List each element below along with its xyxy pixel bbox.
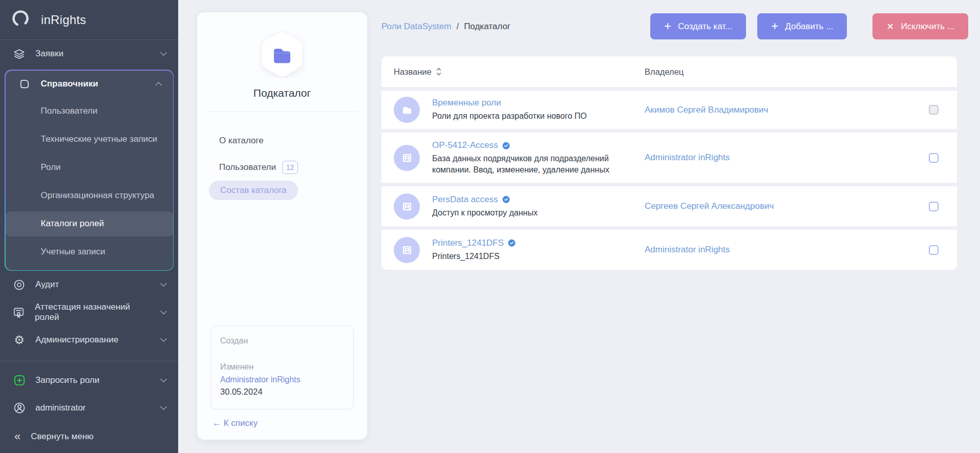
tab-label: Состав каталога [209, 181, 298, 200]
sort-icon[interactable] [436, 67, 442, 77]
owner-link[interactable]: Administrator inRights [645, 245, 901, 255]
catalog-details-panel: Подкаталог О каталоге Пользователи 12 Со… [197, 12, 367, 440]
column-header-name: Название [394, 67, 432, 77]
row-checkbox[interactable] [929, 245, 939, 255]
plus-icon: + [771, 20, 778, 32]
chevron-up-icon [155, 82, 162, 89]
collapse-menu-label: Свернуть меню [31, 432, 94, 442]
sidebar-item-label: Заявки [35, 49, 63, 59]
collapse-menu-button[interactable]: « Свернуть меню [0, 423, 178, 450]
sidebar-subitem-roles[interactable]: Роли [6, 154, 173, 182]
collapse-icon: « [14, 431, 20, 442]
row-title-text: Printers_1241DFS [432, 238, 504, 248]
breadcrumb-parent-link[interactable]: Роли DataSystem [381, 21, 451, 32]
sidebar-subitem-users[interactable]: Пользователи [6, 97, 173, 125]
chevron-down-icon [160, 403, 167, 410]
role-link[interactable]: PersData access [432, 195, 538, 205]
button-label: Добавить ... [785, 21, 833, 32]
chevron-down-icon [160, 376, 167, 382]
button-label: Создать кат... [678, 21, 732, 32]
folder-avatar-icon [394, 97, 420, 123]
users-count-badge: 12 [282, 161, 298, 174]
add-button[interactable]: + Добавить ... [757, 13, 847, 39]
sidebar-item-label: Запросить роли [35, 375, 99, 385]
chevron-down-icon [160, 308, 167, 314]
user-icon [12, 401, 26, 415]
app-title: inRights [41, 13, 86, 27]
owner-link[interactable]: Administrator inRights [645, 153, 901, 163]
role-catalog-link[interactable]: Временные роли [432, 98, 587, 108]
modified-date: 30.05.2024 [220, 387, 344, 397]
panel-divider [207, 112, 357, 112]
column-header-owner: Владелец [645, 67, 901, 77]
request-roles-icon [12, 374, 26, 387]
row-description: База данных подрядчиков для подразделени… [432, 153, 624, 175]
created-label: Создан [220, 336, 344, 346]
audit-icon [12, 278, 26, 291]
catalog-meta-box: Создан Изменен Administrator inRights 30… [210, 326, 354, 409]
back-to-list-link[interactable]: ← К списку [212, 418, 367, 428]
breadcrumb-current: Подкаталог [464, 21, 510, 32]
row-checkbox[interactable] [929, 105, 939, 115]
verified-badge-icon [507, 239, 516, 247]
chevron-down-icon [160, 49, 167, 56]
page-title: Подкаталог [197, 87, 367, 99]
sidebar-item-administration[interactable]: ⚙ Администрирование [0, 326, 178, 354]
modified-by-link[interactable]: Administrator inRights [220, 375, 344, 384]
row-checkbox[interactable] [929, 153, 939, 163]
owner-link[interactable]: Акимов Сергей Владимирович [645, 105, 901, 115]
sidebar-divider [0, 361, 178, 361]
row-description: Роли для проекта разработки нового ПО [432, 111, 587, 121]
main-content: Роли DataSystem / Подкаталог + Создать к… [367, 0, 980, 453]
create-catalog-button[interactable]: + Создать кат... [650, 13, 746, 39]
tab-users[interactable]: Пользователи 12 [219, 154, 345, 181]
sidebar-item-request-roles[interactable]: Запросить роли [0, 366, 178, 394]
folder-icon [18, 78, 32, 90]
catalog-contents-table: Название Владелец В [381, 56, 957, 270]
layers-icon [12, 48, 26, 60]
sidebar-item-audit[interactable]: Аудит [0, 271, 178, 298]
table-row: Printers_1241DFS Printers_1241DFS Admini… [381, 230, 957, 270]
breadcrumb-separator: / [456, 21, 459, 32]
table-row: OP-5412-Access База данных подрядчиков д… [381, 133, 957, 183]
row-title-text: PersData access [432, 195, 498, 205]
tab-about-catalog[interactable]: О каталоге [219, 127, 345, 154]
verified-badge-icon [502, 195, 510, 204]
sidebar: inRights Заявки Справочники Пользователи… [0, 0, 178, 453]
sidebar-item-label: Справочники [41, 79, 98, 89]
exclude-button[interactable]: ✕ Исключить ... [872, 13, 968, 39]
x-icon: ✕ [886, 22, 894, 31]
sidebar-item-label: Аттестация назначений ролей [35, 302, 152, 322]
button-label: Исключить ... [901, 21, 954, 32]
certificate-icon [12, 306, 26, 319]
id-card-avatar-icon [394, 237, 420, 263]
logo: inRights [0, 0, 178, 40]
row-title-text: OP-5412-Access [432, 140, 498, 150]
row-title-text: Временные роли [432, 98, 501, 108]
row-checkbox[interactable] [929, 202, 939, 211]
owner-link[interactable]: Сергеев Сергей Александрович [645, 201, 901, 211]
sidebar-item-user-account[interactable]: administrator [0, 394, 178, 422]
modified-label: Изменен [220, 362, 344, 372]
sidebar-item-requests[interactable]: Заявки [0, 40, 178, 68]
sidebar-subitem-org-structure[interactable]: Организационная структура [6, 182, 173, 210]
role-link[interactable]: OP-5412-Access [432, 140, 624, 150]
breadcrumb: Роли DataSystem / Подкаталог [381, 21, 510, 32]
folder-hexagon-icon [259, 31, 306, 80]
row-description: Printers_1241DFS [432, 251, 516, 262]
sidebar-subitem-accounts[interactable]: Учетные записи [6, 238, 173, 266]
sidebar-subitem-role-catalogs[interactable]: Каталоги ролей [6, 211, 173, 236]
sidebar-item-label: Администрирование [35, 335, 118, 345]
verified-badge-icon [502, 141, 510, 150]
tab-label: О каталоге [219, 136, 264, 146]
table-header: Название Владелец [381, 56, 957, 87]
sidebar-subitem-tech-accounts[interactable]: Технические учетные записи [6, 125, 173, 154]
gear-icon: ⚙ [12, 334, 26, 346]
sidebar-item-label: administrator [35, 403, 86, 413]
chevron-down-icon [160, 335, 167, 342]
tab-catalog-contents[interactable]: Состав каталога [219, 181, 345, 207]
sidebar-item-attestation[interactable]: Аттестация назначений ролей [0, 298, 178, 326]
role-link[interactable]: Printers_1241DFS [432, 238, 516, 248]
chevron-down-icon [160, 280, 167, 287]
sidebar-item-directories[interactable]: Справочники [6, 71, 173, 97]
